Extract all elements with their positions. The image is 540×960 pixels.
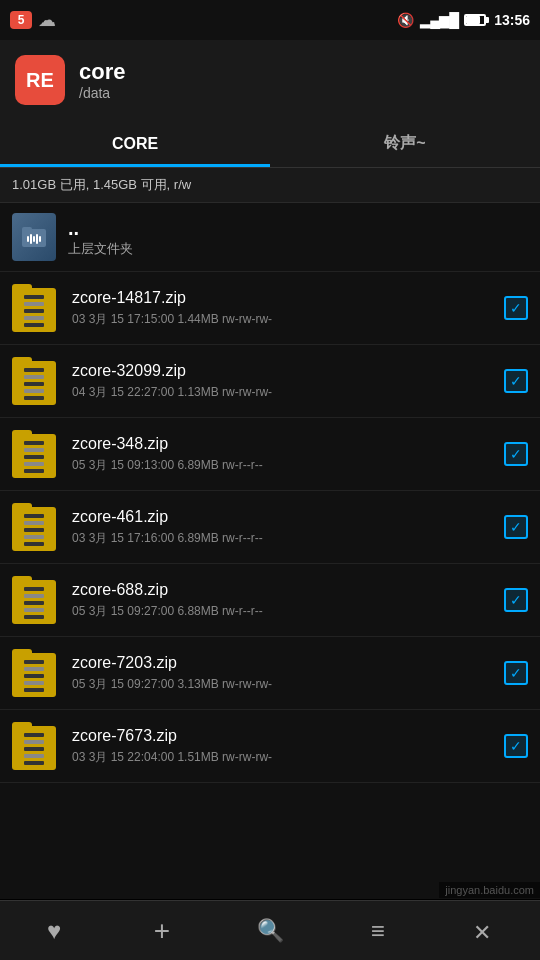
checkmark-icon: ✓ bbox=[510, 666, 522, 680]
file-info: zcore-348.zip 05 3月 15 09:13:00 6.89MB r… bbox=[72, 435, 496, 474]
zip-file-icon bbox=[12, 282, 60, 334]
status-bar: 5 ☁ 🔇 ▂▄▆█ 13:56 bbox=[0, 0, 540, 40]
file-meta: 03 3月 15 17:16:00 6.89MB rw-r--r-- bbox=[72, 530, 496, 547]
file-items-container: zcore-14817.zip 03 3月 15 17:15:00 1.44MB… bbox=[0, 272, 540, 783]
file-info: zcore-32099.zip 04 3月 15 22:27:00 1.13MB… bbox=[72, 362, 496, 401]
more-button[interactable]: ✕ bbox=[464, 909, 508, 953]
file-checkbox[interactable]: ✓ bbox=[504, 515, 528, 539]
file-name: zcore-461.zip bbox=[72, 508, 496, 526]
app-icon: RE bbox=[15, 55, 65, 105]
watermark: jingyan.baidu.com bbox=[439, 882, 540, 898]
file-meta: 03 3月 15 22:04:00 1.51MB rw-rw-rw- bbox=[72, 749, 496, 766]
checkmark-icon: ✓ bbox=[510, 301, 522, 315]
app-title: core bbox=[79, 59, 125, 85]
notification-badge: 5 bbox=[10, 11, 32, 29]
tab-core-label: CORE bbox=[112, 135, 158, 153]
tab-core[interactable]: CORE bbox=[0, 120, 270, 167]
checkmark-icon: ✓ bbox=[510, 593, 522, 607]
favorite-button[interactable]: ♥ bbox=[32, 909, 76, 953]
file-meta: 04 3月 15 22:27:00 1.13MB rw-rw-rw- bbox=[72, 384, 496, 401]
search-icon: 🔍 bbox=[257, 918, 284, 944]
app-header: RE core /data bbox=[0, 40, 540, 120]
file-meta: 05 3月 15 09:13:00 6.89MB rw-r--r-- bbox=[72, 457, 496, 474]
file-checkbox[interactable]: ✓ bbox=[504, 588, 528, 612]
file-checkbox[interactable]: ✓ bbox=[504, 296, 528, 320]
file-info: zcore-14817.zip 03 3月 15 17:15:00 1.44MB… bbox=[72, 289, 496, 328]
list-item[interactable]: zcore-14817.zip 03 3月 15 17:15:00 1.44MB… bbox=[0, 272, 540, 345]
zip-file-icon bbox=[12, 720, 60, 772]
svg-text:✕: ✕ bbox=[473, 920, 491, 944]
file-name: zcore-7203.zip bbox=[72, 654, 496, 672]
file-meta: 03 3月 15 17:15:00 1.44MB rw-rw-rw- bbox=[72, 311, 496, 328]
bottom-toolbar: ♥ + 🔍 ≡ ✕ bbox=[0, 900, 540, 960]
file-checkbox[interactable]: ✓ bbox=[504, 661, 528, 685]
svg-rect-1 bbox=[22, 227, 32, 232]
file-name: zcore-348.zip bbox=[72, 435, 496, 453]
list-item[interactable]: zcore-7203.zip 05 3月 15 09:27:00 3.13MB … bbox=[0, 637, 540, 710]
app-path: /data bbox=[79, 85, 125, 101]
file-checkbox[interactable]: ✓ bbox=[504, 369, 528, 393]
checkmark-icon: ✓ bbox=[510, 374, 522, 388]
list-item[interactable]: zcore-348.zip 05 3月 15 09:13:00 6.89MB r… bbox=[0, 418, 540, 491]
parent-folder-icon bbox=[12, 213, 56, 261]
plus-icon: + bbox=[154, 915, 170, 947]
tab-ringtone-label: 铃声~ bbox=[384, 133, 425, 154]
file-name: zcore-688.zip bbox=[72, 581, 496, 599]
status-left: 5 ☁ bbox=[10, 9, 56, 31]
parent-folder-item[interactable]: .. 上层文件夹 bbox=[0, 203, 540, 272]
file-list: .. 上层文件夹 bbox=[0, 203, 540, 899]
zip-file-icon bbox=[12, 501, 60, 553]
file-name: zcore-7673.zip bbox=[72, 727, 496, 745]
app-title-group: core /data bbox=[79, 59, 125, 101]
file-info: zcore-7203.zip 05 3月 15 09:27:00 3.13MB … bbox=[72, 654, 496, 693]
list-item[interactable]: zcore-32099.zip 04 3月 15 22:27:00 1.13MB… bbox=[0, 345, 540, 418]
file-meta: 05 3月 15 09:27:00 3.13MB rw-rw-rw- bbox=[72, 676, 496, 693]
sort-button[interactable]: ≡ bbox=[356, 909, 400, 953]
parent-dots: .. bbox=[68, 217, 133, 240]
file-info: zcore-688.zip 05 3月 15 09:27:00 6.88MB r… bbox=[72, 581, 496, 620]
mute-icon: 🔇 bbox=[397, 12, 414, 28]
checkmark-icon: ✓ bbox=[510, 447, 522, 461]
file-name: zcore-32099.zip bbox=[72, 362, 496, 380]
file-name: zcore-14817.zip bbox=[72, 289, 496, 307]
file-meta: 05 3月 15 09:27:00 6.88MB rw-r--r-- bbox=[72, 603, 496, 620]
parent-label: 上层文件夹 bbox=[68, 240, 133, 258]
add-button[interactable]: + bbox=[140, 909, 184, 953]
tab-ringtone[interactable]: 铃声~ bbox=[270, 120, 540, 167]
file-info: zcore-461.zip 03 3月 15 17:16:00 6.89MB r… bbox=[72, 508, 496, 547]
x-brand-icon: ✕ bbox=[473, 918, 499, 944]
file-checkbox[interactable]: ✓ bbox=[504, 734, 528, 758]
storage-info-text: 1.01GB 已用, 1.45GB 可用, r/w bbox=[12, 177, 191, 192]
zip-file-icon bbox=[12, 428, 60, 480]
tabs: CORE 铃声~ bbox=[0, 120, 540, 168]
status-time: 13:56 bbox=[494, 12, 530, 28]
zip-file-icon bbox=[12, 355, 60, 407]
status-right: 🔇 ▂▄▆█ 13:56 bbox=[397, 12, 530, 28]
signal-icon: ▂▄▆█ bbox=[420, 12, 458, 28]
battery-icon bbox=[464, 14, 486, 26]
search-button[interactable]: 🔍 bbox=[248, 909, 292, 953]
sort-icon: ≡ bbox=[371, 917, 385, 945]
checkmark-icon: ✓ bbox=[510, 739, 522, 753]
heart-icon: ♥ bbox=[47, 917, 61, 945]
file-checkbox[interactable]: ✓ bbox=[504, 442, 528, 466]
zip-file-icon bbox=[12, 574, 60, 626]
storage-info: 1.01GB 已用, 1.45GB 可用, r/w bbox=[0, 168, 540, 203]
cloud-icon: ☁ bbox=[38, 9, 56, 31]
list-item[interactable]: zcore-7673.zip 03 3月 15 22:04:00 1.51MB … bbox=[0, 710, 540, 783]
file-info: zcore-7673.zip 03 3月 15 22:04:00 1.51MB … bbox=[72, 727, 496, 766]
zip-file-icon bbox=[12, 647, 60, 699]
list-item[interactable]: zcore-688.zip 05 3月 15 09:27:00 6.88MB r… bbox=[0, 564, 540, 637]
checkmark-icon: ✓ bbox=[510, 520, 522, 534]
list-item[interactable]: zcore-461.zip 03 3月 15 17:16:00 6.89MB r… bbox=[0, 491, 540, 564]
